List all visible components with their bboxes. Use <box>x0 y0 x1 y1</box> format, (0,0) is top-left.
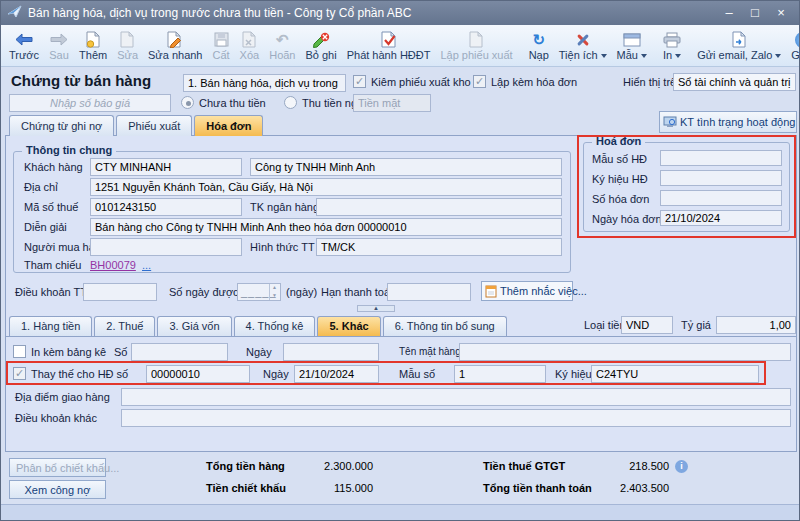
quote-number-input[interactable] <box>9 94 171 112</box>
edit-button[interactable]: Sửa <box>112 25 143 66</box>
tab-gia-von[interactable]: 3. Giá vốn <box>157 316 231 336</box>
minimize-icon[interactable]: – <box>717 2 741 24</box>
prev-button[interactable]: Trước <box>4 25 44 66</box>
common-item-name-field[interactable] <box>459 343 791 361</box>
invoice-template-field[interactable] <box>660 150 782 166</box>
refresh-button[interactable]: ↻ Nạp <box>524 25 554 66</box>
invoice-number-label: Số hóa đơn <box>592 193 649 205</box>
customer-name-field[interactable] <box>250 158 562 176</box>
replaced-series-field[interactable] <box>591 365 759 383</box>
stepper-arrows-icon[interactable]: ▲▼ <box>269 284 280 300</box>
unpost-button[interactable]: Bỏ ghi <box>300 25 341 66</box>
detail-tabs: 1. Hàng tiền 2. Thuế 3. Giá vốn 4. Thống… <box>9 316 509 336</box>
delivery-location-label: Địa điểm giao hàng <box>15 391 110 403</box>
tax-code-field[interactable] <box>90 198 242 216</box>
tab-thong-tin-bo-sung[interactable]: 6. Thông tin bổ sung <box>383 316 507 336</box>
create-delivery-note-button[interactable]: Lập phiếu xuất <box>435 25 517 66</box>
address-field[interactable] <box>90 178 562 196</box>
app-window: Bán hàng hóa, dịch vụ trong nước chưa th… <box>0 0 800 521</box>
document-tabs: Chứng từ ghi nợ Phiếu xuất Hóa đơn <box>9 115 265 136</box>
delivery-note-checkbox[interactable] <box>353 75 366 88</box>
utilities-button[interactable]: Tiện ích <box>554 25 612 66</box>
add-button[interactable]: Thêm <box>74 25 112 66</box>
add-reminder-button[interactable]: Thêm nhắc việc... <box>481 281 573 301</box>
help-icon: ? <box>795 30 800 49</box>
list-date-label: Ngày <box>246 346 272 358</box>
with-invoice-checkbox[interactable] <box>473 75 486 88</box>
tab-hoa-don[interactable]: Hóa đơn <box>194 115 263 136</box>
credit-days-stepper[interactable]: _____ ▲▼ <box>237 283 281 301</box>
undo-button[interactable]: ↶ Hoãn <box>264 25 300 66</box>
invoice-template-label: Mẫu số HĐ <box>592 153 647 165</box>
check-business-status-button[interactable]: KT tình trạng hoạt động DN <box>659 111 797 133</box>
invoice-series-field[interactable] <box>660 170 782 186</box>
list-number-field[interactable] <box>131 343 228 361</box>
issue-einvoice-button[interactable]: Phát hành HĐĐT <box>342 25 436 66</box>
replaced-invoice-date-field[interactable] <box>294 365 379 383</box>
not-yet-paid-radio[interactable] <box>181 96 194 109</box>
currency-combo[interactable] <box>621 316 673 334</box>
other-terms-field[interactable] <box>121 409 791 427</box>
doc-pencil-icon <box>167 30 183 49</box>
tab-hang-tien[interactable]: 1. Hàng tiền <box>9 316 92 336</box>
replaced-series-label: Ký hiệu <box>555 368 592 380</box>
help-button[interactable]: ? Giúp <box>786 25 800 66</box>
print-button[interactable]: In <box>658 25 686 66</box>
tab-phieu-xuat[interactable]: Phiếu xuất <box>116 115 192 136</box>
days-suffix-label: (ngày) <box>286 286 317 298</box>
payment-method-label: Hình thức TT <box>250 241 315 253</box>
payment-method-field[interactable] <box>316 238 562 256</box>
bank-account-label: TK ngân hàng <box>250 201 319 213</box>
view-receivables-button[interactable]: Xem công nợ <box>9 480 106 499</box>
bank-account-field[interactable] <box>316 198 562 216</box>
cash-method-field[interactable] <box>353 94 431 112</box>
quick-edit-button[interactable]: Sửa nhanh <box>143 25 207 66</box>
allocate-discount-button[interactable]: Phân bổ chiết khấu... <box>9 458 106 477</box>
template-button[interactable]: Mẫu <box>612 25 652 66</box>
replaced-invoice-date-label: Ngày <box>263 368 289 380</box>
print-with-list-checkbox[interactable] <box>13 345 26 358</box>
list-number-label: Số <box>114 346 127 358</box>
close-icon[interactable]: × <box>769 2 793 24</box>
status-bar <box>1 504 799 520</box>
window-title: Bán hàng hóa, dịch vụ trong nước chưa th… <box>28 6 717 20</box>
due-date-field[interactable] <box>387 283 471 301</box>
replace-invoice-checkbox[interactable] <box>13 367 26 380</box>
undo-icon: ↶ <box>276 30 289 49</box>
buyer-field[interactable] <box>90 238 242 256</box>
replaced-invoice-number-field[interactable] <box>146 365 250 383</box>
replaced-template-field[interactable] <box>454 365 546 383</box>
list-date-field[interactable] <box>283 343 379 361</box>
tab-khac[interactable]: 5. Khác <box>317 316 380 336</box>
payment-terms-field[interactable] <box>83 283 157 301</box>
next-button[interactable]: Sau <box>44 25 74 66</box>
description-label: Diễn giải <box>24 221 67 233</box>
delete-button[interactable]: Xóa <box>235 25 265 66</box>
tab-thue[interactable]: 2. Thuế <box>94 316 155 336</box>
pay-now-radio[interactable] <box>284 96 297 109</box>
doc-type-combo[interactable] <box>183 74 346 92</box>
info-icon[interactable]: i <box>675 460 688 473</box>
display-on-book-combo[interactable] <box>673 73 796 91</box>
general-info-title: Thông tin chung <box>22 144 116 156</box>
page-title: Chứng từ bán hàng <box>11 72 151 89</box>
send-email-button[interactable]: Gửi email, Zalo <box>692 25 786 66</box>
reference-link[interactable]: BH00079 <box>90 259 136 271</box>
invoice-number-field[interactable] <box>660 190 782 206</box>
exchange-rate-label: Tỷ giá <box>681 319 711 331</box>
description-field[interactable] <box>90 218 562 236</box>
invoice-series-label: Ký hiệu HĐ <box>592 173 648 185</box>
customer-code-combo[interactable] <box>90 158 242 176</box>
tab-thong-ke[interactable]: 4. Thống kê <box>234 316 316 336</box>
refresh-icon: ↻ <box>532 30 545 49</box>
titlebar: Bán hàng hóa, dịch vụ trong nước chưa th… <box>1 1 799 25</box>
exchange-rate-field[interactable] <box>716 316 796 334</box>
tax-code-label: Mã số thuế <box>24 201 78 213</box>
save-button[interactable]: Cất <box>207 25 234 66</box>
maximize-icon[interactable]: □ <box>743 2 767 24</box>
collapse-header-button[interactable]: ▲ <box>357 305 395 312</box>
tab-chung-tu-ghi-no[interactable]: Chứng từ ghi nợ <box>9 115 114 136</box>
invoice-date-field[interactable] <box>660 210 782 226</box>
delivery-location-field[interactable] <box>121 388 791 406</box>
reference-more-link[interactable]: ... <box>142 259 151 271</box>
